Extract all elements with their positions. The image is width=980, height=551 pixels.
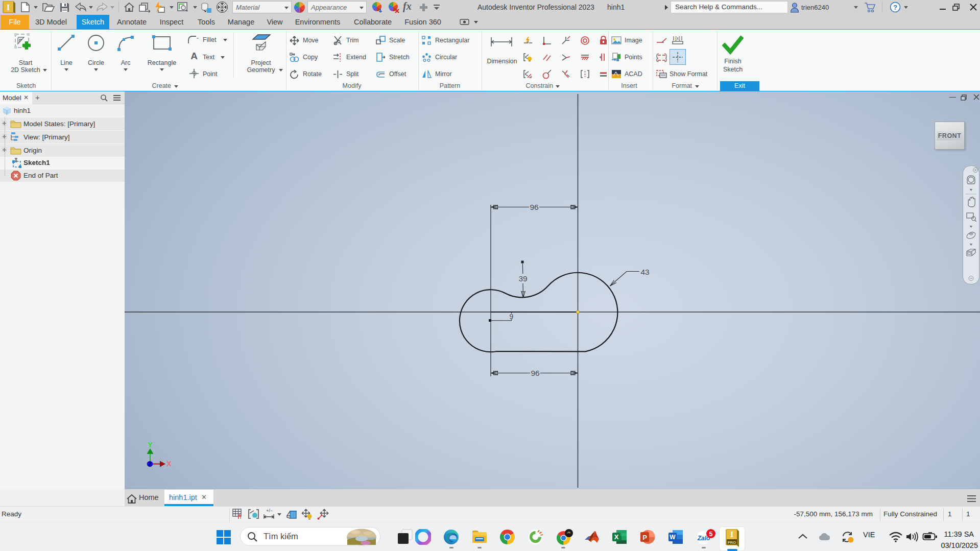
svg-text:96: 96 (531, 369, 539, 377)
svg-text:W: W (670, 534, 676, 541)
svg-text:39: 39 (518, 274, 527, 283)
svg-text:+/−: +/− (266, 509, 273, 513)
svg-text:P: P (642, 534, 647, 541)
svg-text:I: I (730, 530, 733, 539)
svg-text:?: ? (893, 4, 897, 11)
svg-text:X: X (166, 460, 172, 468)
svg-text:43: 43 (640, 268, 649, 276)
svg-text:Y: Y (148, 441, 153, 449)
svg-text:Z: Z (148, 461, 152, 467)
svg-text:X: X (614, 533, 619, 541)
svg-text:I: I (7, 3, 10, 12)
svg-text:[x]: [x] (675, 36, 680, 41)
svg-text:96: 96 (530, 203, 538, 211)
svg-text:PRO: PRO (728, 540, 736, 545)
svg-text:5: 5 (709, 531, 713, 538)
svg-text:9: 9 (510, 313, 514, 321)
